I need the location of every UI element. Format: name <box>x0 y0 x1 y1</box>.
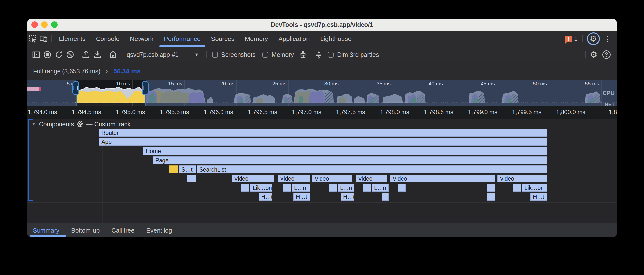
flame-bar-video[interactable]: Video <box>497 174 548 182</box>
flame-bar-home[interactable]: Home <box>143 147 548 155</box>
home-live-metrics-icon[interactable] <box>108 49 119 60</box>
flame-bar[interactable] <box>398 184 406 192</box>
record-and-reload-icon[interactable] <box>53 49 64 60</box>
flame-bar-video[interactable]: Video <box>232 174 274 182</box>
tabbar-right: ! 1 ⚙ ⋮ <box>565 32 616 45</box>
flame-bar[interactable] <box>283 184 291 192</box>
details-tab-bottom-up[interactable]: Bottom-up <box>65 224 106 238</box>
tab-console[interactable]: Console <box>90 31 124 47</box>
flame-bar-likon[interactable]: Lik…on <box>250 184 272 192</box>
selection-right-handle[interactable]: ❘❘ <box>145 80 146 106</box>
react-atom-icon <box>76 120 84 128</box>
record-icon[interactable] <box>42 49 53 60</box>
flame-bar-ln[interactable]: L…n <box>372 184 389 192</box>
zoom-window-button[interactable] <box>51 22 58 28</box>
screenshots-checkbox[interactable]: Screenshots <box>212 51 256 58</box>
checkbox-box[interactable] <box>328 52 334 58</box>
ruler-time-label: 1,799.5 ms <box>497 108 541 116</box>
error-badge[interactable]: ! 1 <box>565 35 578 42</box>
minimize-window-button[interactable] <box>41 22 48 28</box>
flame-bar[interactable] <box>169 166 178 173</box>
tab-memory[interactable]: Memory <box>240 31 273 47</box>
flame-bar-router[interactable]: Router <box>99 128 548 136</box>
flame-bar-video[interactable]: Video <box>278 174 310 182</box>
overview-time-label: 30 ms <box>313 81 338 87</box>
timeline-overview[interactable]: 5 ms10 ms15 ms20 ms25 ms30 ms35 ms40 ms4… <box>28 80 616 106</box>
details-tab-event-log[interactable]: Event log <box>140 224 178 238</box>
details-tab-call-tree[interactable]: Call tree <box>106 224 140 238</box>
download-profile-icon[interactable] <box>92 49 103 60</box>
tab-performance[interactable]: Performance <box>158 31 206 47</box>
flame-bar-page[interactable]: Page <box>153 156 548 164</box>
flame-bar-ln[interactable]: L…n <box>292 184 310 192</box>
flame-bar-video[interactable]: Video <box>390 174 495 182</box>
checkbox-box[interactable] <box>212 52 218 58</box>
ruler-time-label: 1,798.0 ms <box>365 108 409 116</box>
checkbox-box[interactable] <box>262 52 268 58</box>
dim-3rd-parties-label: Dim 3rd parties <box>337 51 379 58</box>
collapse-tracks-icon[interactable] <box>313 49 324 60</box>
clear-icon[interactable] <box>64 49 76 60</box>
ruler-time-label: 1,795.5 ms <box>145 108 189 116</box>
details-tabbar: SummaryBottom-upCall treeEvent log <box>28 223 616 238</box>
divider <box>121 51 121 58</box>
drag-grip-icon[interactable]: ❘❘ <box>72 81 79 95</box>
flame-bar-ht[interactable]: H…t <box>293 193 310 201</box>
flame-bar[interactable] <box>382 193 389 201</box>
history-target-select[interactable]: qsvd7p.csb.app #1 <box>127 51 178 58</box>
settings-gear-icon[interactable]: ⚙ <box>587 32 600 45</box>
divider <box>206 51 207 58</box>
devtools-tabs: ElementsConsoleNetworkPerformanceSources… <box>54 31 357 47</box>
ruler-time-label: 1,797.5 ms <box>321 108 365 116</box>
tab-lighthouse[interactable]: Lighthouse <box>315 31 357 47</box>
flame-bar[interactable] <box>487 184 495 192</box>
overview-time-label: 25 ms <box>261 81 286 87</box>
help-icon[interactable]: ? <box>602 50 611 59</box>
flame-bar[interactable] <box>363 184 371 192</box>
collect-garbage-icon[interactable] <box>297 49 309 60</box>
dim-3rd-parties-checkbox[interactable]: Dim 3rd parties <box>328 51 379 58</box>
breadcrumb-full-range[interactable]: Full range (3,653.76 ms) <box>33 68 100 75</box>
flame-bar[interactable] <box>241 184 250 192</box>
flame-bar-st[interactable]: S…t <box>179 166 196 173</box>
track-divider <box>28 202 616 203</box>
flame-bar[interactable] <box>187 174 196 182</box>
ruler-time-label: 1,800.0 ms <box>541 108 586 116</box>
flame-bar-video[interactable]: Video <box>312 174 352 182</box>
flamechart-area[interactable]: ▼ Components — Custom track RouterAppHom… <box>28 119 616 223</box>
memory-checkbox[interactable]: Memory <box>262 51 294 58</box>
details-tab-summary[interactable]: Summary <box>33 224 65 238</box>
tab-network[interactable]: Network <box>125 31 158 47</box>
flame-bar-ht[interactable]: H…t <box>530 193 548 201</box>
more-options-kebab-icon[interactable]: ⋮ <box>602 33 613 44</box>
flame-bar[interactable] <box>487 193 495 201</box>
upload-profile-icon[interactable] <box>80 49 92 60</box>
drag-grip-icon[interactable]: ❘❘ <box>142 81 149 95</box>
breadcrumb-selected-range[interactable]: 56.34 ms <box>113 68 140 75</box>
disclosure-triangle-icon[interactable]: ▼ <box>31 122 36 127</box>
titlebar[interactable]: DevTools - qsvd7p.csb.app/video/1 <box>28 18 616 31</box>
tab-sources[interactable]: Sources <box>206 31 240 47</box>
flame-bar-video[interactable]: Video <box>356 174 388 182</box>
flame-bar-likon[interactable]: Lik…on <box>522 184 548 192</box>
flame-bar-ht[interactable]: H…t <box>259 193 272 201</box>
device-toolbar-icon[interactable] <box>38 33 49 44</box>
flame-bar-app[interactable]: App <box>99 138 548 146</box>
devtools-tabbar: ElementsConsoleNetworkPerformanceSources… <box>28 31 616 47</box>
inspect-element-icon[interactable] <box>28 33 38 44</box>
overview-time-label: 55 ms <box>574 81 599 87</box>
capture-settings-gear-icon[interactable]: ⚙ <box>588 49 599 60</box>
flame-bar[interactable] <box>513 184 521 192</box>
tab-application[interactable]: Application <box>273 31 315 47</box>
flame-bar-ht[interactable]: H…t <box>341 193 354 201</box>
tab-elements[interactable]: Elements <box>54 31 90 47</box>
flame-bar-searchlist[interactable]: SearchList <box>197 166 548 173</box>
toggle-sidebar-icon[interactable] <box>30 49 42 60</box>
selection-left-handle[interactable]: ❘❘ <box>76 80 76 106</box>
flame-bar-ln[interactable]: L…n <box>338 184 354 192</box>
flame-bar[interactable] <box>329 184 337 192</box>
overview-time-label: 35 ms <box>365 81 391 87</box>
custom-track-header[interactable]: ▼ Components — Custom track <box>31 120 131 128</box>
close-window-button[interactable] <box>31 22 38 28</box>
chevron-down-icon[interactable]: ▼ <box>194 52 199 57</box>
